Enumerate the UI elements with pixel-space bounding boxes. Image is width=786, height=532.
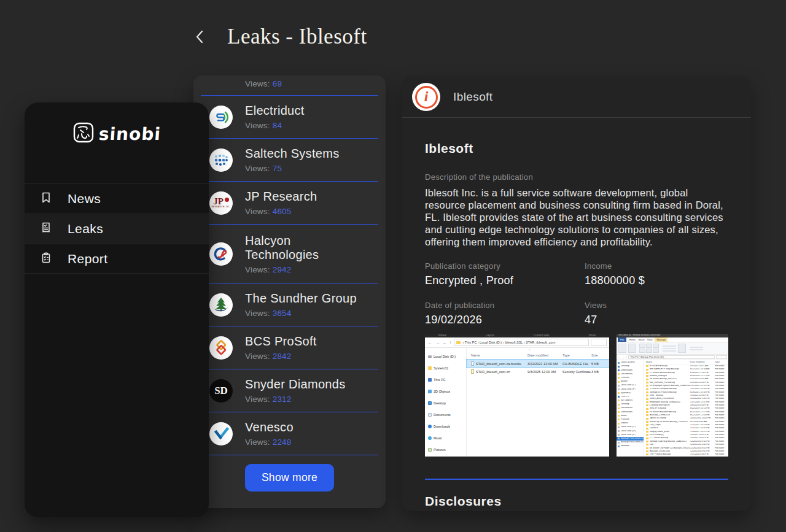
list-item-halcyon-technologies[interactable]: Halcyon Technologies Views: 2942	[201, 224, 378, 283]
proof-screenshot-explorer-ssl[interactable]: PanesLayoutCurrent viewShow ← → ⌄ ↑ › Th…	[425, 334, 609, 457]
s2-folder-row: THP Projects Backups 7/17/2016 8:08 PM F…	[644, 453, 728, 456]
field-label: Publication category	[425, 261, 585, 271]
views-count: 2248	[273, 438, 292, 447]
folder-icon	[646, 434, 648, 436]
s2-column-headers: NameDate modifiedTypeSize	[644, 360, 728, 364]
s1-sidebar-item-label: Documents	[434, 413, 451, 417]
s2-tree-item-label: Local Disk (F:)	[621, 388, 636, 391]
sinobi-wordmark: sinobi	[98, 124, 161, 144]
s1-sidebar-item[interactable]: Music	[428, 432, 466, 444]
s2-tree-item-label: Downloads	[621, 411, 632, 414]
s2-tree-item-icon	[618, 445, 620, 447]
back-icon[interactable]	[195, 29, 209, 45]
folder-icon	[646, 421, 648, 423]
list-item-saltech-systems[interactable]: Saltech Systems Views: 75	[201, 138, 378, 181]
folder-icon	[646, 424, 648, 426]
s1-sidebar-item-label: Music	[434, 436, 442, 440]
s1-sidebar-item-icon	[428, 390, 432, 393]
folder-icon	[646, 428, 648, 430]
field-publication-category: Publication category Encrypted , Proof	[425, 261, 585, 287]
folder-icon	[646, 408, 648, 410]
s1-sidebar-item[interactable]: 3D Objects	[428, 385, 466, 397]
s1-sidebar-item[interactable]: Downloads	[428, 420, 466, 432]
s2-tree-item-icon	[618, 415, 620, 417]
company-name: Halcyon Technologies	[245, 234, 337, 262]
section-divider	[425, 479, 728, 480]
s1-sidebar-item[interactable]: This PC	[428, 374, 466, 385]
s1-sidebar-item-icon	[428, 355, 432, 358]
jp-research-logo-icon: JP RESEARCH, INC.	[209, 191, 233, 215]
s2-tree-item-icon	[618, 362, 620, 364]
list-item-the-sundher-group[interactable]: The Sundher Group Views: 3654	[201, 283, 378, 326]
s1-sidebar-item[interactable]: System32	[428, 362, 466, 374]
folder-icon	[646, 398, 648, 400]
views-count: 2842	[273, 352, 292, 361]
s1-sidebar-item-label: Desktop	[434, 401, 446, 405]
s1-sidebar-item-icon	[428, 436, 432, 440]
s1-sidebar-item[interactable]: Desktop	[428, 397, 466, 409]
s2-address-bar: ← → ↑ This PC › Backup Plus Drive (S:)	[617, 355, 728, 360]
folder-icon	[646, 369, 648, 371]
sidebar-item-leaks[interactable]: Leaks	[25, 214, 209, 244]
views-line: Views: 69	[245, 79, 386, 88]
receipt-icon	[40, 222, 52, 236]
s1-sidebar-item-icon	[428, 413, 432, 417]
s2-tree-item-label: Local Disk (C:)	[621, 384, 636, 387]
field-label: Views	[585, 301, 729, 310]
sidebar-item-label: News	[68, 191, 101, 206]
field-views: Views 47	[585, 301, 729, 326]
s1-sidebar-item-icon	[428, 425, 432, 428]
s1-sidebar-item[interactable]: Pictures	[428, 444, 466, 455]
views-line: Views: 4605	[245, 207, 317, 216]
s2-search-box	[716, 355, 727, 360]
proof-screenshot-explorer-backups[interactable]: 192.168.0.10 - Remote Desktop Connection…	[617, 334, 728, 457]
s2-tree-item-label: Documents	[621, 407, 632, 409]
leaks-list-panel: Views: 69 Electriduct Views: 84 Saltech …	[193, 75, 386, 508]
list-item-partial[interactable]: Views: 69	[193, 75, 386, 95]
sidebar-item-report[interactable]: Report	[25, 244, 209, 274]
show-more-button[interactable]: Show more	[245, 464, 334, 492]
s2-tree-item-label: Videos	[621, 422, 628, 425]
s2-tree-item-label: Network	[621, 445, 629, 447]
s1-sidebar-item[interactable]: Documents	[428, 409, 466, 420]
disclosures-heading: Disclosures	[425, 494, 729, 509]
s2-tree-item-icon	[618, 426, 620, 428]
s2-tree-item-label: Pictures	[621, 418, 629, 421]
s1-file-row: STAR_iblesoft_com.crt 9/3/2025 12:00 AM …	[467, 368, 609, 376]
s1-sidebar-item-label: Downloads	[434, 425, 450, 428]
list-item-snyder-diamonds[interactable]: SD Snyder Diamonds Views: 2312	[201, 369, 378, 412]
s1-sidebar-item-icon	[428, 366, 432, 370]
list-item-bcs-prosoft[interactable]: BCS ProSoft Views: 2842	[201, 326, 378, 369]
iblesoft-logo-icon: i	[412, 83, 440, 111]
list-item-electriduct[interactable]: Electriduct Views: 84	[201, 95, 378, 138]
s2-tree-item-icon	[618, 399, 620, 401]
s2-tree-item-icon	[618, 396, 620, 398]
s2-tree-item-label: Boxes	[621, 380, 628, 383]
s1-sidebar-item[interactable]: Local Disk (D:)	[428, 350, 466, 362]
s2-tree-item-icon	[618, 392, 620, 394]
s2-tree-item-icon	[618, 418, 620, 420]
detail-header: i Iblesoft	[402, 77, 751, 118]
sidebar: sinobi News Leaks Report	[25, 102, 209, 517]
s1-sidebar-item-icon	[428, 378, 432, 382]
s1-sidebar-item-label: Pictures	[434, 448, 446, 452]
list-item-jp-research[interactable]: JP RESEARCH, INC. JP Research Views: 460…	[201, 181, 378, 224]
s2-tree-item-icon	[618, 438, 620, 439]
s2-tree-item-icon	[618, 411, 620, 413]
venesco-logo-icon	[209, 422, 233, 445]
field-income: Income 18800000 $	[585, 261, 729, 287]
s2-tree-item[interactable]: Network	[617, 444, 644, 448]
snyder-diamonds-logo-icon: SD	[209, 379, 233, 403]
proof-screenshots: PanesLayoutCurrent viewShow ← → ⌄ ↑ › Th…	[425, 334, 729, 457]
s2-tree-item-icon	[618, 407, 620, 409]
list-item-venesco[interactable]: Venesco Views: 2248	[201, 412, 378, 455]
views-count: 2312	[273, 395, 292, 404]
bcs-prosoft-logo-icon	[209, 336, 233, 360]
folder-icon	[646, 411, 648, 413]
s2-tree-item-label: Desktop	[621, 403, 629, 406]
sidebar-item-news[interactable]: News	[25, 183, 209, 214]
s2-tree-item-icon	[618, 430, 620, 432]
company-name: Saltech Systems	[245, 147, 339, 161]
folder-icon	[646, 379, 648, 380]
nav-arrows-icon: ← → ↑	[618, 356, 627, 359]
